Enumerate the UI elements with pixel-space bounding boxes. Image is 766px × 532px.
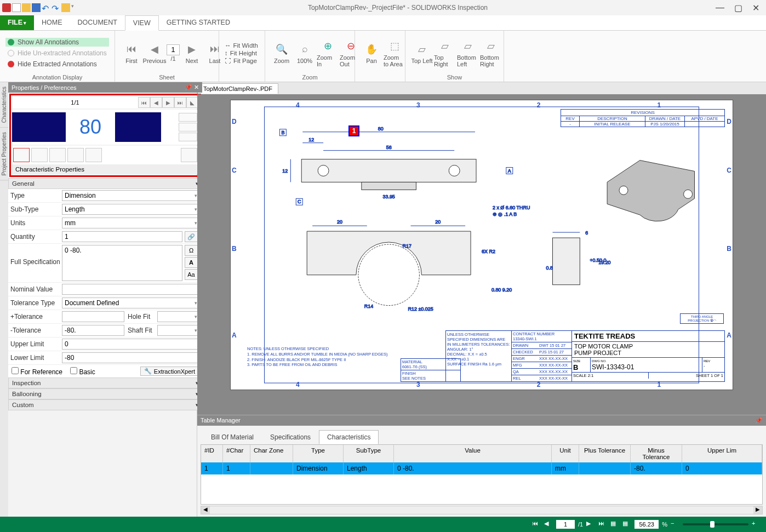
preview-last[interactable]: ⏭	[174, 97, 186, 108]
show-top-right[interactable]: ▱Top Right	[434, 39, 456, 67]
svg-text:R12 ±0.025: R12 ±0.025	[408, 306, 433, 312]
pin-icon[interactable]: 📌	[185, 84, 192, 90]
lower-limit-input[interactable]	[62, 352, 200, 363]
maximize-button[interactable]: ▢	[734, 3, 742, 13]
toltype-select[interactable]: Document Defined▾	[62, 298, 200, 308]
close-button[interactable]: ✕	[752, 3, 759, 13]
ocr-tool-4[interactable]	[67, 148, 84, 162]
minus-tol-input[interactable]	[62, 325, 124, 336]
preview-tool-3[interactable]	[179, 133, 197, 141]
sheet-page-input[interactable]	[167, 44, 180, 55]
show-bottom-left[interactable]: ▱Bottom Left	[457, 39, 479, 67]
preview-next[interactable]: ▶	[162, 97, 174, 108]
horizontal-scrollbar[interactable]: ◀▶	[201, 506, 763, 514]
svg-text:9.20: 9.20	[502, 287, 512, 293]
upper-limit-input[interactable]	[62, 339, 200, 350]
plus-tol-input[interactable]	[62, 311, 124, 322]
redo-icon[interactable]: ↷	[52, 3, 60, 12]
ocr-tool-5[interactable]	[85, 148, 102, 162]
fit-height[interactable]: ↕Fit Height	[225, 50, 258, 56]
section-custom[interactable]: Custom▾	[8, 399, 202, 410]
preview-tool-a[interactable]: ◣	[186, 97, 198, 108]
hide-unextracted-annotations[interactable]: Hide Un-extracted Annotations	[5, 49, 109, 58]
status-last-icon[interactable]: ⏭	[598, 520, 607, 529]
type-select[interactable]: Dimension▾	[62, 190, 200, 201]
status-first-icon[interactable]: ⏮	[532, 520, 541, 529]
status-page-input[interactable]	[556, 520, 575, 529]
document-tab[interactable]: TopMotorClampRev-.PDF	[197, 83, 278, 94]
save-icon[interactable]	[32, 3, 41, 12]
section-ballooning[interactable]: Ballooning▾	[8, 388, 202, 399]
zoom-button[interactable]: 🔍Zoom	[271, 42, 293, 64]
open-icon[interactable]	[22, 3, 31, 12]
minimize-button[interactable]: —	[716, 3, 724, 13]
zoom-100[interactable]: ⌕100%	[294, 42, 316, 64]
preview-tool-1[interactable]	[179, 113, 197, 122]
zoom-out-icon[interactable]: −	[671, 520, 679, 529]
table-row[interactable]: 1 1 Dimension Length 0 -80. mm -80. 0	[201, 462, 762, 474]
tab-document[interactable]: DOCUMENT	[70, 15, 125, 30]
zoom-in-icon[interactable]: +	[752, 520, 761, 529]
preview-tool-2[interactable]	[179, 123, 197, 131]
quantity-input[interactable]	[62, 231, 182, 242]
tab-file[interactable]: FILE▾	[0, 15, 34, 30]
units-select[interactable]: mm▾	[62, 218, 200, 228]
fit-width[interactable]: ↔Fit Width	[225, 42, 258, 49]
tab-specifications[interactable]: Specifications	[262, 430, 319, 444]
group-zoom: Zoom	[271, 73, 349, 81]
holefit-select[interactable]: ▾	[157, 311, 200, 322]
zoom-slider[interactable]	[683, 523, 748, 525]
preview-prev[interactable]: ◀	[150, 97, 162, 108]
font-a-icon[interactable]: A	[185, 257, 198, 268]
balloon-1[interactable]: 1	[348, 125, 359, 136]
tab-bom[interactable]: Bill Of Material	[203, 430, 262, 444]
section-inspection[interactable]: Inspection▾	[8, 377, 202, 388]
status-grid2-icon[interactable]: ▦	[622, 520, 631, 529]
status-grid-icon[interactable]: ▦	[610, 520, 619, 529]
extractionxpert-button[interactable]: 🔧ExtractionXpert	[140, 367, 199, 376]
pan-button[interactable]: ✋Pan	[361, 42, 382, 64]
tab-characteristics[interactable]: Characteristics	[319, 430, 379, 444]
ocr-tool-capture[interactable]	[181, 148, 197, 162]
font-aa-icon[interactable]: Aa	[185, 269, 198, 280]
ocr-tool-3[interactable]	[49, 148, 66, 162]
nominal-input[interactable]	[62, 284, 200, 295]
omega-icon[interactable]: Ω	[185, 245, 198, 256]
status-prev-icon[interactable]: ◀	[544, 520, 553, 529]
section-general[interactable]: General▾	[8, 178, 202, 189]
ocr-tool-1[interactable]	[13, 148, 30, 162]
tab-view[interactable]: VIEW	[125, 15, 159, 31]
pin-icon[interactable]: 📌	[755, 417, 763, 424]
sheet-first[interactable]: ⏮First	[121, 42, 142, 64]
show-bottom-right[interactable]: ▱Bottom Right	[480, 39, 502, 67]
side-tab-characteristics[interactable]: Characteristics	[0, 82, 8, 128]
hide-extracted-annotations[interactable]: Hide Extracted Annotations	[5, 60, 109, 68]
status-zoom-input[interactable]	[634, 520, 659, 529]
svg-point-40	[684, 190, 693, 198]
preview-first[interactable]: ⏮	[138, 97, 150, 108]
show-all-annotations[interactable]: Show All Annotations	[5, 38, 109, 47]
zoom-to-area[interactable]: ⬚Zoom to Area	[384, 39, 405, 67]
undo-icon[interactable]: ↶	[42, 3, 50, 12]
ocr-tool-2[interactable]	[31, 148, 48, 162]
subtype-select[interactable]: Length▾	[62, 204, 200, 215]
close-icon[interactable]: ✕	[194, 84, 199, 90]
package-icon[interactable]	[61, 3, 70, 12]
sheet-prev[interactable]: ◀Previous	[144, 42, 165, 64]
new-icon[interactable]	[12, 3, 21, 12]
tab-home[interactable]: HOME	[34, 15, 70, 30]
qty-link-icon[interactable]: 🔗	[185, 231, 198, 242]
show-top-left[interactable]: ▱Top Left	[411, 42, 433, 64]
full-spec-input[interactable]: 0 -80.	[62, 245, 182, 281]
qat-dropdown-icon[interactable]: ▾	[71, 3, 80, 12]
basic-checkbox[interactable]: Basic	[70, 367, 95, 376]
shaftfit-select[interactable]: ▾	[157, 325, 200, 336]
fit-page[interactable]: ⛶Fit Page	[225, 58, 258, 64]
status-next-icon[interactable]: ▶	[586, 520, 595, 529]
for-reference-checkbox[interactable]: For Reference	[12, 367, 62, 376]
drawing-viewport[interactable]: 4 3 2 1 4 3 2 1 D C B A D C B A	[197, 94, 766, 415]
zoom-in[interactable]: ⊕Zoom In	[317, 39, 339, 67]
side-tab-project-properties[interactable]: Project Properties	[0, 128, 8, 180]
sheet-next[interactable]: ▶Next	[181, 42, 203, 64]
tab-getting-started[interactable]: GETTING STARTED	[159, 15, 238, 30]
